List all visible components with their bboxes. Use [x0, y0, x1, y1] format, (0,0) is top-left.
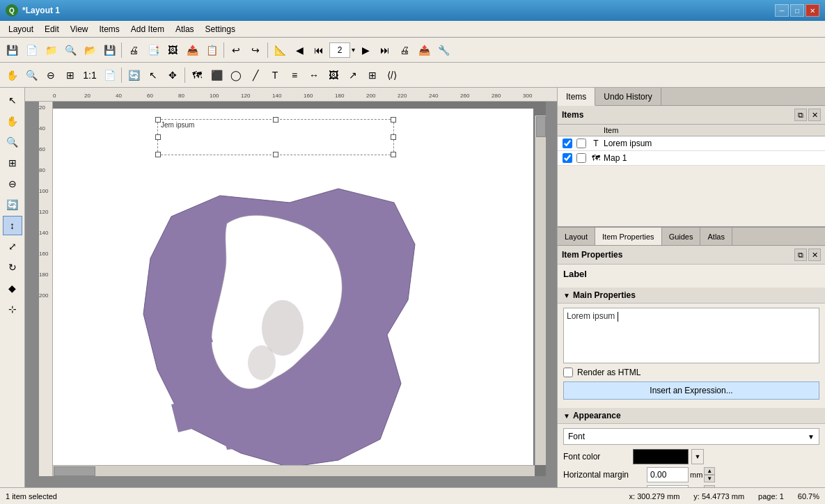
maximize-button[interactable]: □: [790, 4, 804, 17]
add-table-tool[interactable]: ⊞: [363, 66, 382, 84]
print-button[interactable]: 🖨: [125, 41, 143, 59]
atlas-next[interactable]: ▶: [356, 41, 375, 59]
save-as-button[interactable]: 💾: [100, 41, 118, 59]
node-edit-side[interactable]: ◆: [3, 278, 22, 298]
save-button[interactable]: 💾: [3, 41, 21, 59]
add-map-tool[interactable]: 🗺: [188, 66, 206, 84]
label-item[interactable]: Jem ipsum: [157, 119, 394, 155]
refresh-side[interactable]: 🔄: [3, 195, 22, 214]
open-file-button[interactable]: 📂: [81, 41, 99, 59]
lock-checkbox-2[interactable]: [574, 153, 588, 163]
page-number-input[interactable]: [329, 42, 350, 58]
zoom-extent-side[interactable]: ⊞: [3, 153, 22, 173]
menu-add-item[interactable]: Add Item: [125, 22, 170, 36]
snap-side[interactable]: ⊹: [3, 299, 22, 319]
menu-edit[interactable]: Edit: [39, 22, 65, 36]
main-properties-header[interactable]: ▼ Main Properties: [558, 288, 825, 304]
float-button[interactable]: ⧉: [794, 109, 807, 121]
close-panel-button[interactable]: ✕: [808, 109, 821, 121]
lock-checkbox-1[interactable]: [574, 139, 588, 148]
zoom-100-tool[interactable]: 1:1: [81, 66, 99, 84]
export-btn2[interactable]: 📋: [203, 41, 221, 59]
add-polygon-tool[interactable]: ◯: [227, 66, 245, 84]
appearance-header[interactable]: ▼ Appearance: [558, 408, 825, 424]
tab-atlas[interactable]: Atlas: [700, 228, 732, 245]
zoom-in-side[interactable]: 🔍: [3, 132, 22, 152]
canvas-scroll[interactable]: 20 40 60 80 100 120 140 160 180 200 Jem …: [39, 102, 546, 476]
color-swatch[interactable]: [633, 449, 689, 464]
add-legend-tool[interactable]: ≡: [285, 66, 304, 84]
export-pdf-button[interactable]: 📑: [144, 41, 162, 59]
add-polyline-tool[interactable]: ╱: [246, 66, 265, 84]
export-svg-button[interactable]: 📤: [183, 41, 201, 59]
visibility-checkbox-1[interactable]: [560, 139, 574, 148]
add-shape-tool[interactable]: ⬛: [207, 66, 226, 84]
pan-tool[interactable]: ✋: [3, 66, 21, 84]
menu-view[interactable]: View: [65, 22, 94, 36]
atlas-export[interactable]: 📤: [415, 41, 433, 59]
atlas-prev[interactable]: ◀: [290, 41, 308, 59]
add-image-tool[interactable]: 🖼: [324, 66, 343, 84]
add-html-tool[interactable]: ⟨/⟩: [383, 66, 401, 84]
close-button[interactable]: ✕: [806, 4, 819, 17]
new-button[interactable]: 📄: [22, 41, 40, 59]
atlas-toggle[interactable]: 📐: [271, 41, 289, 59]
atlas-first[interactable]: ⏮: [310, 41, 328, 59]
visibility-checkbox-2[interactable]: [560, 153, 574, 163]
tab-guides[interactable]: Guides: [662, 228, 701, 245]
text-editor[interactable]: Lorem ipsum: [563, 308, 819, 363]
page-dropdown-arrow[interactable]: ▾: [352, 46, 355, 54]
v-scroll-thumb[interactable]: [536, 116, 546, 137]
font-color-picker: ▼: [633, 449, 704, 464]
minimize-button[interactable]: ─: [775, 4, 789, 17]
h-margin-up[interactable]: ▲: [704, 467, 715, 475]
vertical-scrollbar[interactable]: [535, 116, 546, 465]
tab-undo-history[interactable]: Undo History: [595, 88, 661, 105]
add-label-tool[interactable]: T: [266, 66, 284, 84]
rotate-item-side[interactable]: ↻: [3, 258, 22, 277]
tab-layout[interactable]: Layout: [558, 228, 595, 245]
open-button[interactable]: 📁: [42, 41, 60, 59]
move-item-tool-side[interactable]: ↕: [3, 216, 22, 235]
pan-tool-side[interactable]: ✋: [3, 111, 22, 131]
atlas-print[interactable]: 🖨: [395, 41, 414, 59]
tab-items[interactable]: Items: [558, 88, 595, 106]
zoom-button[interactable]: 🔍: [61, 41, 79, 59]
zoom-fit-tool[interactable]: ⊞: [61, 66, 79, 84]
h-margin-down[interactable]: ▼: [704, 475, 715, 482]
insert-expression-button[interactable]: Insert an Expression...: [563, 381, 819, 400]
h-scroll-thumb[interactable]: [54, 466, 95, 476]
menu-layout[interactable]: Layout: [3, 22, 39, 36]
redo-button[interactable]: ↪: [246, 41, 265, 59]
add-scalebar-tool[interactable]: ↔: [305, 66, 323, 84]
zoom-in-tool[interactable]: 🔍: [22, 66, 40, 84]
v-margin-up[interactable]: ▲: [704, 485, 715, 487]
tab-item-properties[interactable]: Item Properties: [595, 228, 662, 245]
close-props-button[interactable]: ✕: [808, 249, 821, 261]
font-dropdown[interactable]: Font ▼: [563, 428, 819, 445]
zoom-page-tool[interactable]: 📄: [100, 66, 118, 84]
export-img-button[interactable]: 🖼: [164, 41, 182, 59]
menu-atlas[interactable]: Atlas: [170, 22, 200, 36]
h-margin-input[interactable]: [647, 467, 689, 482]
zoom-out-side[interactable]: ⊖: [3, 174, 22, 194]
v-margin-input[interactable]: [647, 485, 689, 487]
horizontal-scrollbar[interactable]: [53, 465, 535, 476]
atlas-last[interactable]: ⏭: [376, 41, 394, 59]
atlas-settings[interactable]: 🔧: [434, 41, 453, 59]
zoom-out-tool[interactable]: ⊖: [42, 66, 60, 84]
move-content-tool[interactable]: ✥: [164, 66, 182, 84]
refresh-tool[interactable]: 🔄: [125, 66, 143, 84]
render-html-checkbox[interactable]: [563, 368, 573, 377]
select-tool-side[interactable]: ↖: [3, 90, 22, 110]
undo-button[interactable]: ↩: [227, 41, 245, 59]
menu-settings[interactable]: Settings: [200, 22, 241, 36]
menu-items[interactable]: Items: [94, 22, 125, 36]
select-tool[interactable]: ↖: [144, 66, 162, 84]
float-props-button[interactable]: ⧉: [794, 249, 807, 261]
color-dropdown-btn[interactable]: ▼: [691, 449, 704, 464]
item-row-map1[interactable]: 🗺 Map 1: [558, 151, 825, 166]
item-row-lorem-ipsum[interactable]: T Lorem ipsum: [558, 136, 825, 151]
resize-item-side[interactable]: ⤢: [3, 237, 22, 256]
add-arrow-tool[interactable]: ↗: [344, 66, 362, 84]
